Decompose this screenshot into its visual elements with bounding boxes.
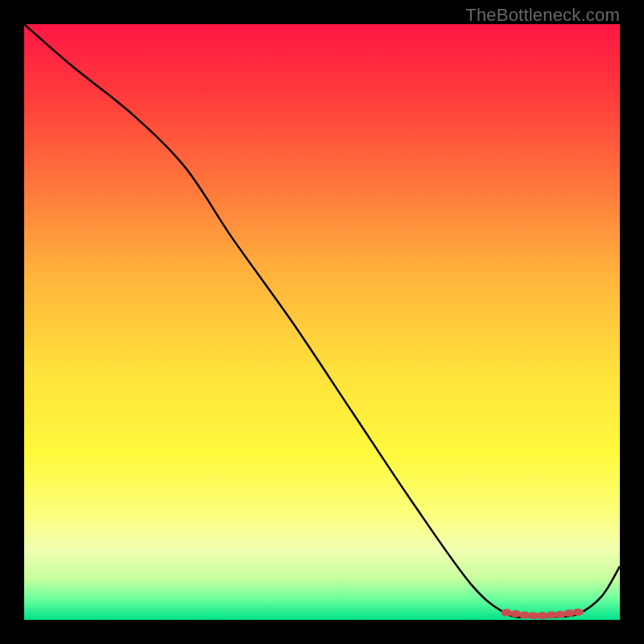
chart-svg xyxy=(24,24,620,620)
gradient-background xyxy=(24,24,620,620)
watermark-text: TheBottleneck.com xyxy=(465,5,620,26)
chart-frame: TheBottleneck.com xyxy=(0,0,644,644)
plot-area xyxy=(24,24,620,620)
marker-point xyxy=(572,609,584,616)
